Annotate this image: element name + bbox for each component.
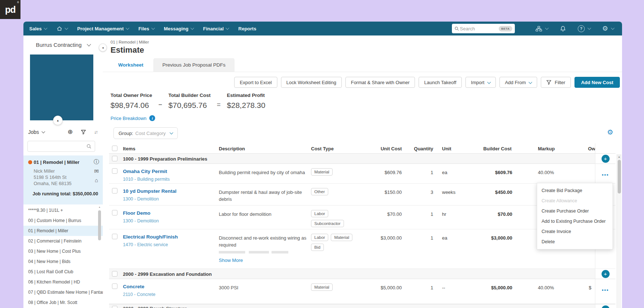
add-job-icon[interactable]: ⊕ [68,129,73,135]
export-to-excel-button[interactable]: Export to Excel [234,77,277,88]
group-by-dropdown[interactable]: Group: Cost Category [113,127,178,139]
job-list-scrollbar[interactable]: ▲ [98,205,101,240]
row-actions-menu-button[interactable]: ••• [602,287,609,293]
home-icon [56,26,63,31]
chevron-down-icon [41,129,45,133]
jobs-toolbar: Jobs ⊕ ↓↑ [28,129,97,135]
job-list-item[interactable]: 00 | Custom Home | Burrus [23,215,103,226]
menu-item-add-to-existing-purchase-order[interactable]: Add to Existing Purchase Order [537,216,613,226]
tab-worksheet[interactable]: Worksheet [109,58,153,72]
item-code-link[interactable]: 1470 - Electric service [123,242,219,247]
row-checkbox[interactable] [112,234,117,239]
item-name-link[interactable]: Floor Demo [123,210,219,216]
jobs-selector[interactable]: Jobs [28,129,45,135]
search-input[interactable] [459,26,499,32]
job-list-item[interactable]: 08 | Office Job | Mr. Scott [23,297,103,308]
tab-previous-job-proposal-pdfs[interactable]: Previous Job Proposal PDFs [153,58,235,72]
job-list-item-selected[interactable]: 01 | Remodel | Miller [23,226,103,236]
job-list-item[interactable]: 07 | QBD Estimate New Home | Fantana [23,287,103,297]
format-share-with-owner-button[interactable]: Format & Share with Owner [345,77,415,88]
group-checkbox[interactable] [112,156,117,161]
filter-jobs-icon[interactable] [81,129,86,135]
add-cost-to-group-button[interactable]: + [602,305,610,308]
job-list-item[interactable]: *****8.30 | 1U1L + [23,205,103,215]
mail-icon[interactable]: ✉ [94,168,99,174]
item-name-link[interactable]: 10 yd Dumpster Rental [123,188,219,194]
job-list-item[interactable]: 04 | New Home | Bids [23,256,103,267]
job-status-dot [28,160,32,164]
table-scrollbar[interactable]: ▲ [617,154,621,308]
col-unit: Unit [437,143,471,153]
chevron-down-icon[interactable] [611,26,615,30]
group-row-3000: 3000 - 3999 Rough Structure + [109,304,615,308]
row-checkbox[interactable] [112,188,117,194]
table-settings-gear-icon[interactable]: ⚙ [607,129,613,136]
job-list-item[interactable]: 02 | Commercial | Feinstein [23,236,103,246]
job-list: *****8.30 | 1U1L + 00 | Custom Home | Bu… [23,205,103,308]
add-from-dropdown-button[interactable]: Add From [499,77,537,88]
selected-job-card[interactable]: 01 | Remodel | Miller Nick Miller 5198 S… [23,155,103,204]
nav-sales[interactable]: Sales [29,26,47,31]
help-icon[interactable]: ? [578,25,585,32]
scrollbar-thumb[interactable] [618,160,621,194]
row-checkbox[interactable] [112,283,117,289]
menu-item-create-bid-package[interactable]: Create Bid Package [537,185,613,196]
menu-item-create-purchase-order[interactable]: Create Purchase Order [537,206,613,216]
nav-files[interactable]: Files [138,26,154,31]
chevron-down-icon[interactable] [587,26,591,30]
nav-messaging[interactable]: Messaging [164,26,194,31]
job-list-item[interactable]: 05 | Lost Rail Golf Club [23,267,103,277]
job-search-box[interactable] [27,141,95,152]
item-code-link[interactable]: 1300 - Demolition [123,196,219,202]
item-name-link[interactable]: Omaha City Permit [123,169,219,174]
bell-icon[interactable] [560,26,566,32]
add-new-cost-button[interactable]: Add New Cost [574,77,620,88]
home-icon[interactable]: ⌂ [94,177,99,184]
row-checkbox[interactable] [112,168,117,174]
row-checkbox[interactable] [112,210,117,215]
import-dropdown-button[interactable]: Import [465,77,496,88]
scrollbar-thumb[interactable] [98,210,101,240]
scroll-up-arrow-icon[interactable]: ▲ [617,154,621,159]
group-checkbox[interactable] [112,306,117,308]
show-more-link[interactable]: Show More [219,257,243,264]
gear-icon[interactable]: ⚙ [602,25,608,32]
builder-cost-value: $609.76 [471,164,515,183]
menu-item-create-invoice[interactable]: Create Invoice [537,226,613,237]
price-breakdown-link[interactable]: Price Breakdown [111,116,146,121]
nav-reports[interactable]: Reports [238,26,256,31]
nav-financial[interactable]: Financial [203,26,229,31]
select-all-checkbox[interactable] [112,146,117,151]
item-code-link[interactable]: 1300 - Demolition [123,218,219,224]
info-circle-icon[interactable]: i [149,115,155,121]
info-icon[interactable]: ⓘ [94,159,99,165]
add-cost-to-group-button[interactable]: + [602,155,610,163]
item-name-link[interactable]: Electrical Rough/Finish [123,234,219,240]
item-name-link[interactable]: Concrete [123,284,219,289]
photo-collapse-button[interactable]: ▴ [53,116,63,125]
job-list-item[interactable]: 06 | Kitchen Remodel | HD [23,277,103,287]
job-list-item[interactable]: 03 | New Home | Cost Plus [23,246,103,256]
nav-project-management[interactable]: Project Management [77,26,129,31]
group-checkbox[interactable] [112,271,117,277]
filter-button[interactable]: Filter [541,77,571,88]
sidebar-collapse-button[interactable]: ◄ [99,44,107,52]
chevron-down-icon[interactable] [545,26,548,30]
global-search[interactable]: BETA [452,24,515,33]
price-breakdown: Price Breakdown i [111,115,155,121]
add-cost-to-group-button[interactable]: + [602,270,610,278]
item-code-link[interactable]: 2110 - Concrete [123,292,219,297]
item-code-link[interactable]: 1010 - Building permits [123,177,219,182]
nav-home[interactable] [56,26,68,31]
job-contact: Nick Miller [34,169,55,174]
org-chart-icon[interactable] [535,26,542,32]
scroll-up-arrow-icon[interactable]: ▲ [98,205,101,209]
job-search-input[interactable] [31,143,86,150]
lock-worksheet-editing-button[interactable]: Lock Worksheet Editing [281,77,342,88]
company-selector[interactable]: Burrus Contracting [23,42,103,48]
launch-takeoff-button[interactable]: Launch Takeoff [419,77,462,88]
sort-jobs-icon[interactable]: ↓↑ [94,129,97,135]
estimated-profit-label: Estimated Profit [227,93,265,98]
menu-item-delete[interactable]: Delete [537,237,613,247]
row-actions-menu-button[interactable]: ••• [602,172,609,177]
